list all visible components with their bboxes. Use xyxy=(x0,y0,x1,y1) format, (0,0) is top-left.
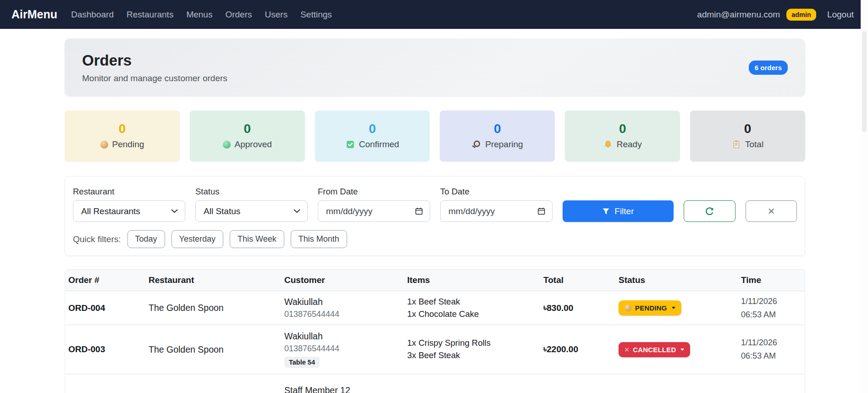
stat-card-pending: 0 Pending xyxy=(65,111,180,161)
page-subtitle: Monitor and manage customer orders xyxy=(82,73,227,83)
order-item: 1x Beef Steak xyxy=(407,296,540,308)
ready-bell-icon xyxy=(603,140,613,149)
status-label: CANCELLED xyxy=(633,346,676,354)
table-number-badge: Table 54 xyxy=(284,357,320,368)
nav-item-orders[interactable]: Orders xyxy=(225,10,252,20)
table-header-row: Order # Restaurant Customer Items Total … xyxy=(65,270,805,291)
scrollbar-thumb[interactable] xyxy=(862,31,867,132)
restaurant-cell: The Golden Spoon xyxy=(149,303,224,313)
refresh-button[interactable] xyxy=(684,200,735,222)
confirmed-count: 0 xyxy=(369,122,376,135)
stat-card-confirmed: 0 Confirmed xyxy=(315,111,430,161)
status-select[interactable]: All Status xyxy=(195,200,308,222)
pending-sphere-icon xyxy=(100,141,108,149)
quick-filter-yesterday[interactable]: Yesterday xyxy=(171,230,223,248)
x-circle-icon: × xyxy=(625,346,629,354)
pending-label: Pending xyxy=(112,139,144,149)
approved-circle-icon xyxy=(223,141,231,149)
orders-table: Order # Restaurant Customer Items Total … xyxy=(65,269,805,393)
customer-name: Staff Member 12 xyxy=(284,385,404,393)
preparing-count: 0 xyxy=(494,122,501,135)
order-id: ORD-004 xyxy=(68,303,105,313)
quick-filter-this-week[interactable]: This Week xyxy=(230,230,284,248)
col-header-customer: Customer xyxy=(281,275,404,285)
col-header-order: Order # xyxy=(65,275,145,285)
funnel-icon xyxy=(602,208,610,215)
quick-filter-this-month[interactable]: This Month xyxy=(291,230,347,248)
to-date-field: To Date xyxy=(440,187,553,222)
caret-down-icon xyxy=(672,307,675,309)
nav-item-users[interactable]: Users xyxy=(265,10,288,20)
customer-name: Wakiullah xyxy=(284,297,404,307)
restaurant-field: Restaurant All Restaurants xyxy=(73,187,185,222)
customer-phone: 013876544444 xyxy=(284,310,404,319)
nav-right: admin@airmenu.com admin Logout xyxy=(697,9,854,21)
nav-item-settings[interactable]: Settings xyxy=(300,10,332,20)
customer-phone: 013876544444 xyxy=(284,344,404,354)
from-date-input[interactable] xyxy=(326,206,415,216)
restaurant-cell: The Golden Spoon xyxy=(149,344,224,354)
order-time: 06:53 AM xyxy=(741,308,805,321)
col-header-time: Time xyxy=(738,275,805,285)
customer-name: Wakiullah xyxy=(284,331,404,342)
table-row: Staff Member 12 xyxy=(65,374,805,393)
table-row: ORD-004 The Golden Spoon Wakiullah 01387… xyxy=(65,291,805,325)
logout-link[interactable]: Logout xyxy=(827,10,854,20)
restaurant-select[interactable]: All Restaurants xyxy=(73,200,185,222)
user-email: admin@airmenu.com xyxy=(697,10,780,20)
ready-count: 0 xyxy=(619,122,626,135)
from-date-field: From Date xyxy=(318,187,430,222)
restaurant-label: Restaurant xyxy=(73,187,185,197)
stats-row: 0 Pending 0 Approved 0 xyxy=(65,111,805,161)
filter-button[interactable]: Filter xyxy=(563,200,674,222)
brand[interactable]: AirMenu xyxy=(11,8,57,21)
nav-item-restaurants[interactable]: Restaurants xyxy=(127,10,173,20)
clear-filters-button[interactable]: × xyxy=(746,200,797,222)
order-item: 1x Crispy Spring Rolls xyxy=(407,337,540,349)
nav-links: Dashboard Restaurants Menus Orders Users… xyxy=(71,10,332,20)
col-header-restaurant: Restaurant xyxy=(145,275,281,285)
close-icon: × xyxy=(768,204,774,218)
chevron-down-icon xyxy=(293,209,300,213)
approved-label: Approved xyxy=(235,139,272,149)
calendar-icon[interactable] xyxy=(537,207,545,216)
status-badge-dropdown[interactable]: PENDING xyxy=(619,300,681,316)
status-field: Status All Status xyxy=(195,187,308,222)
stat-card-approved: 0 Approved xyxy=(190,111,305,161)
col-header-status: Status xyxy=(615,275,738,285)
quick-filter-today[interactable]: Today xyxy=(127,230,165,248)
quick-filters-label: Quick filters: xyxy=(73,234,121,244)
order-id: ORD-003 xyxy=(68,344,105,354)
to-date-label: To Date xyxy=(440,187,553,197)
filter-button-label: Filter xyxy=(614,206,634,216)
quick-filters-row: Quick filters: Today Yesterday This Week… xyxy=(73,230,797,248)
col-header-items: Items xyxy=(404,275,540,285)
from-date-label: From Date xyxy=(318,187,430,197)
order-total: ৳830.00 xyxy=(543,303,573,313)
pending-sphere-icon xyxy=(625,304,631,311)
total-count: 0 xyxy=(744,122,752,135)
status-label: Status xyxy=(195,187,308,197)
scrollbar[interactable] xyxy=(861,0,868,393)
order-date: 1/11/2026 xyxy=(741,295,805,308)
total-clipboard-icon xyxy=(732,140,741,149)
nav-item-menus[interactable]: Menus xyxy=(186,10,212,20)
caret-down-icon xyxy=(680,349,684,351)
order-time: 06:53 AM xyxy=(741,349,805,363)
calendar-icon[interactable] xyxy=(415,207,423,216)
nav-item-dashboard[interactable]: Dashboard xyxy=(71,10,114,20)
to-date-input-wrap xyxy=(440,200,553,222)
main-content: Orders Monitor and manage customer order… xyxy=(0,29,861,393)
preparing-pan-icon xyxy=(472,140,481,149)
to-date-input[interactable] xyxy=(448,206,537,216)
chevron-down-icon xyxy=(171,209,178,213)
refresh-icon xyxy=(704,206,714,216)
order-item: 1x Chocolate Cake xyxy=(407,308,540,321)
preparing-label: Preparing xyxy=(485,139,523,149)
status-badge-dropdown[interactable]: × CANCELLED xyxy=(619,342,690,357)
page-header-banner: Orders Monitor and manage customer order… xyxy=(65,39,805,96)
confirmed-label: Confirmed xyxy=(359,139,399,149)
order-total: ৳2200.00 xyxy=(543,344,578,354)
total-label: Total xyxy=(745,139,763,149)
role-badge: admin xyxy=(786,9,816,21)
